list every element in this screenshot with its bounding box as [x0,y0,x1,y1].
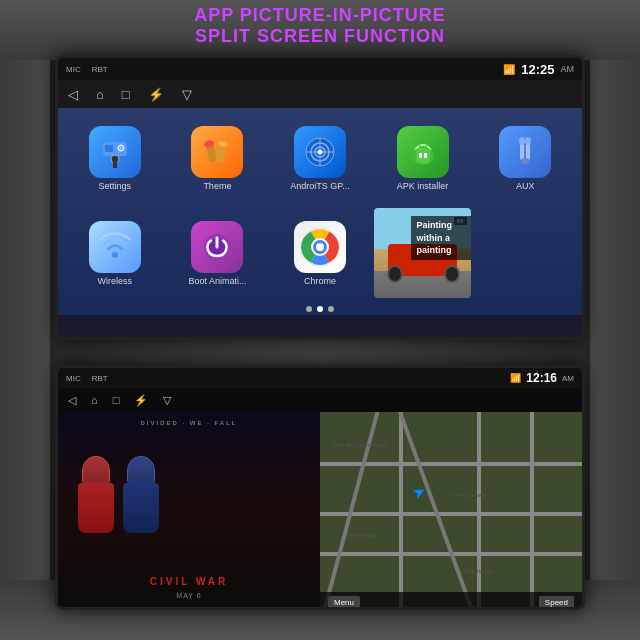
screen-top: MIC RBT 📶 12:25 AM ◁ ⌂ □ ⚡ ▽ [55,55,585,340]
map-label-3: Rio Margul [346,532,375,538]
android-gps-icon [294,126,346,178]
usb-icon[interactable]: ⚡ [148,87,164,102]
app-chrome[interactable]: Chrome [271,208,369,298]
captain-america [118,456,163,533]
settings-icon [89,126,141,178]
svg-rect-18 [425,145,427,150]
headline-line2: SPLIT SCREEN FUNCTION [0,26,640,47]
app-theme[interactable]: Theme [169,113,267,203]
chrome-label: Chrome [275,276,365,286]
map-label-4: Rue de Ro... [464,568,498,574]
heroes-area [73,434,163,554]
iron-man-body [78,483,114,533]
home-icon[interactable]: ⌂ [96,87,104,102]
ampm-bottom: AM [562,374,574,383]
apk-label: APK installer [378,181,468,191]
bottom-mic-label: MIC [66,374,81,383]
status-bar-top: MIC RBT 📶 12:25 AM [58,58,582,80]
svg-point-24 [525,137,531,145]
status-right: 📶 12:25 AM [503,62,574,77]
bottom-status-right: 📶 12:16 AM [510,371,574,385]
home-icon-bottom[interactable]: ⌂ [91,394,98,406]
nav-bar-bottom: ◁ ⌂ □ ⚡ ▽ [58,388,582,412]
back-icon-bottom[interactable]: ◁ [68,394,76,407]
android-gps-label: AndroiTS GP... [275,181,365,191]
boot-icon [191,221,243,273]
dot-indicators-top [58,303,582,315]
civil-war-bg: DIVIDED · WE · FALL CIVIL WAR [58,412,320,610]
dashboard-right [590,60,640,580]
map-panel: ➤ Rue de Sainte-Croix San Granade Rio Ma… [320,412,582,610]
usb-icon-bottom[interactable]: ⚡ [134,394,148,407]
diag-road-2 [394,412,487,610]
dot-1 [306,306,312,312]
divided-text: DIVIDED · WE · FALL [58,420,320,426]
svg-point-23 [519,137,525,145]
chrome-icon [294,221,346,273]
dot-2 [317,306,323,312]
empty-slot [476,208,574,298]
ampm-top: AM [561,64,575,74]
svg-rect-20 [424,153,427,158]
app-android-gps[interactable]: AndroiTS GP... [271,113,369,203]
svg-rect-19 [419,153,422,158]
iron-man [73,456,118,533]
boot-label: Boot Animati... [173,276,263,286]
aux-label: AUX [480,181,570,191]
bottom-status-left: MIC RBT [66,374,108,383]
down-icon[interactable]: ▽ [182,87,192,102]
svg-rect-17 [419,145,421,150]
back-icon[interactable]: ◁ [68,87,78,102]
svg-rect-16 [416,148,430,163]
status-left: MIC RBT [66,65,108,74]
app-apk[interactable]: APK installer [374,113,472,203]
dot-3 [328,306,334,312]
app-wireless[interactable]: Wireless [66,208,164,298]
svg-rect-1 [105,145,113,152]
theme-icon [191,126,243,178]
screen-bottom: MIC RBT 📶 12:16 AM ◁ ⌂ □ ⚡ ▽ DIVIDED · W… [55,365,585,610]
civil-war-panel: DIVIDED · WE · FALL CIVIL WAR [58,412,320,610]
mic-label: MIC [66,65,81,74]
clock-bottom: 12:16 [526,371,557,385]
bottom-rbt-label: RBT [92,374,108,383]
svg-point-2 [118,145,124,151]
svg-rect-4 [113,156,117,168]
aux-icon [499,126,551,178]
speed-button[interactable]: Speed [539,596,574,609]
wireless-icon [89,221,141,273]
cap-head [127,456,155,486]
wireless-label: Wireless [70,276,160,286]
map-content: ➤ Rue de Sainte-Croix San Granade Rio Ma… [320,412,582,610]
svg-rect-25 [521,158,529,164]
app-settings[interactable]: Settings [66,113,164,203]
map-bottom-bar: Menu Speed [320,592,582,610]
dashboard-left [0,60,50,580]
painting-label: Painting within a painting [411,216,471,260]
theme-label: Theme [173,181,263,191]
svg-point-26 [112,252,118,258]
map-label-2: San Granade [451,492,487,498]
app-boot[interactable]: Boot Animati... [169,208,267,298]
menu-button[interactable]: Menu [328,596,360,609]
down-icon-bottom[interactable]: ▽ [163,394,171,407]
recents-icon-bottom[interactable]: □ [113,394,120,406]
apk-icon [397,126,449,178]
status-bar-bottom: MIC RBT 📶 12:16 AM [58,368,582,388]
svg-point-32 [316,243,324,251]
rbt-label: RBT [92,65,108,74]
nav-bar-top: ◁ ⌂ □ ⚡ ▽ [58,80,582,108]
headline: APP PICTURE-IN-PICTURE SPLIT SCREEN FUNC… [0,5,640,47]
svg-point-14 [317,149,322,154]
civil-war-subtitle: MAY 6 [58,592,320,599]
wifi-icon-bottom: 📶 [510,373,521,383]
map-label-1: Rue de Sainte-Croix [333,442,387,448]
split-screen: DIVIDED · WE · FALL CIVIL WAR [58,412,582,610]
clock-top: 12:25 [521,62,554,77]
settings-label: Settings [70,181,160,191]
recents-icon[interactable]: □ [122,87,130,102]
headline-line1: APP PICTURE-IN-PICTURE [0,5,640,26]
pip-app-slot[interactable]: 66 Painting within a painting [374,208,472,298]
civil-war-title: CIVIL WAR [58,576,320,587]
app-aux[interactable]: AUX [476,113,574,203]
